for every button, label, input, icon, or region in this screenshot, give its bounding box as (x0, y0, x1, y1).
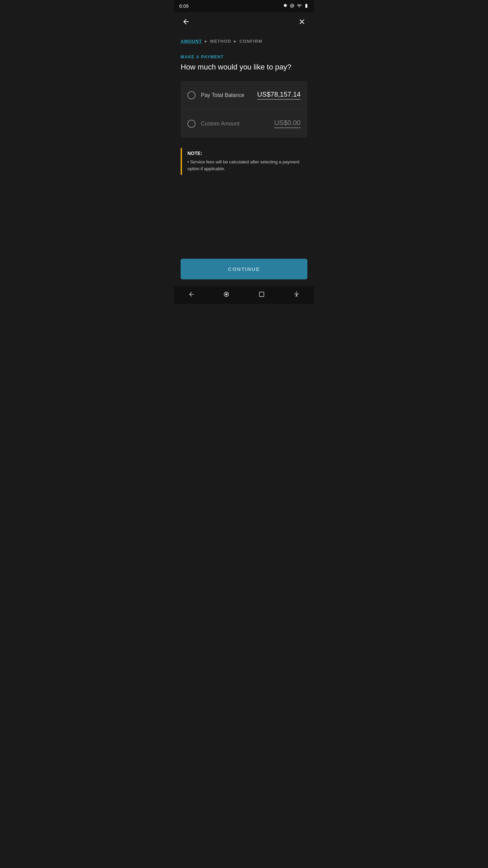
radio-custom-amount[interactable] (187, 120, 196, 128)
back-button[interactable] (181, 16, 191, 29)
section-question: How much would you like to pay? (181, 63, 307, 72)
home-nav-icon[interactable] (218, 290, 235, 301)
bottom-nav (174, 286, 314, 304)
payment-options-card: Pay Total Balance US$78,157.14 Custom Am… (181, 81, 307, 138)
note-title: NOTE: (187, 151, 302, 156)
continue-button[interactable]: CONTINUE (181, 259, 307, 279)
step-confirm[interactable]: CONFIRM (239, 39, 262, 44)
main-content: MAKE A PAYMENT How much would you like t… (174, 49, 314, 253)
note-section: NOTE: • Service fees will be calculated … (181, 148, 307, 175)
continue-section: CONTINUE (174, 253, 314, 286)
section-label: MAKE A PAYMENT (181, 55, 307, 59)
accessibility-nav-icon[interactable] (288, 290, 305, 301)
back-nav-icon[interactable] (183, 290, 200, 301)
svg-point-4 (296, 291, 297, 292)
total-balance-label: Pay Total Balance (201, 92, 244, 98)
radio-total-balance[interactable] (187, 91, 196, 99)
battery-icon (304, 3, 309, 9)
note-content: NOTE: • Service fees will be calculated … (182, 148, 307, 175)
total-balance-amount: US$78,157.14 (257, 91, 301, 100)
status-bar: 6:09 (174, 0, 314, 12)
step-chevron-1: ▶ (205, 39, 207, 43)
pay-total-balance-option[interactable]: Pay Total Balance US$78,157.14 (181, 81, 307, 109)
svg-point-2 (226, 293, 227, 295)
status-time: 6:09 (179, 3, 188, 9)
step-method[interactable]: METHOD (210, 39, 231, 44)
nav-bar (174, 12, 314, 33)
close-button[interactable] (297, 16, 307, 29)
svg-rect-3 (259, 292, 264, 296)
custom-amount-label: Custom Amount (201, 121, 240, 127)
step-chevron-2: ▶ (234, 39, 237, 43)
at-icon (290, 3, 294, 9)
recents-nav-icon[interactable] (253, 290, 270, 301)
step-amount[interactable]: AMOUNT (181, 39, 202, 44)
custom-amount-option[interactable]: Custom Amount US$0.00 (181, 109, 307, 138)
step-indicator: AMOUNT ▶ METHOD ▶ CONFIRM (174, 33, 314, 49)
status-icons (283, 3, 309, 9)
note-text: • Service fees will be calculated after … (187, 159, 302, 172)
custom-amount-value: US$0.00 (274, 119, 301, 128)
settings-icon (283, 3, 288, 9)
wifi-icon (297, 3, 302, 9)
